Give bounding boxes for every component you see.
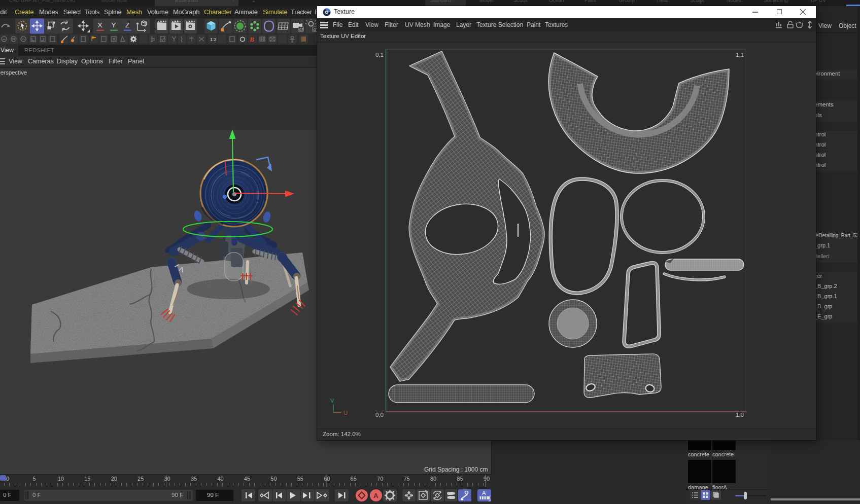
svg-text:1,1: 1,1	[736, 52, 744, 58]
svg-text:V: V	[330, 398, 334, 404]
svg-text:U: U	[343, 410, 348, 416]
svg-text:0,1: 0,1	[375, 52, 384, 58]
svg-text:A: A	[373, 492, 379, 499]
svg-text:GT: GT	[299, 28, 304, 31]
svg-text:B: B	[249, 35, 254, 43]
svg-text:Y: Y	[112, 21, 116, 29]
svg-text:1,0: 1,0	[736, 412, 744, 418]
svg-text:0,0: 0,0	[375, 412, 384, 418]
svg-text:1:2: 1:2	[210, 37, 217, 42]
svg-text:A: A	[482, 490, 486, 496]
svg-text:Z: Z	[125, 21, 129, 29]
svg-text:X: X	[98, 21, 102, 29]
